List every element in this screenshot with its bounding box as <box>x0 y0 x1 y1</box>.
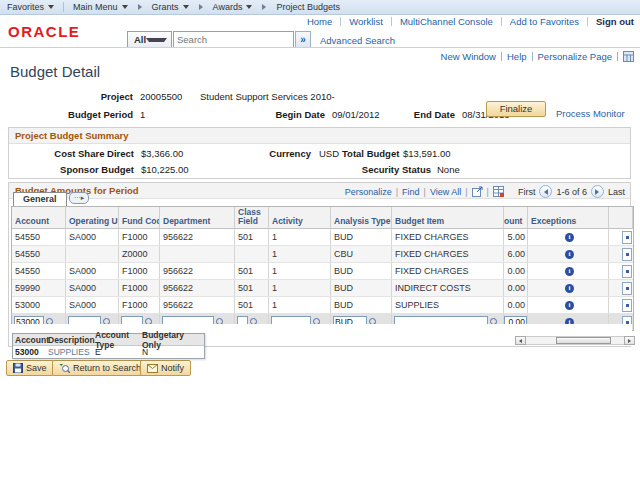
save-button[interactable]: Save <box>6 360 54 376</box>
table-row: 54550 SA000 F1000 956622 501 1 BUD FIXED… <box>12 263 633 280</box>
cell-actions <box>609 297 633 313</box>
notify-button[interactable]: Notify <box>140 360 191 376</box>
cell-operating-unit: SA000 <box>66 263 119 279</box>
cell-department <box>160 246 235 262</box>
cell-operating-unit: SA000 <box>66 280 119 296</box>
return-to-search-icon <box>59 363 70 373</box>
cell-fund-code: Z0000 <box>119 246 160 262</box>
cell-activity: 1 <box>269 229 331 245</box>
scrollbar-track[interactable] <box>526 336 624 345</box>
table-row: 59990 SA000 F1000 956622 501 1 BUD INDIR… <box>12 280 633 297</box>
cell-account: 59990 <box>12 280 66 296</box>
search-go-button[interactable]: » <box>295 31 311 48</box>
new-window-link[interactable]: New Window <box>441 51 496 62</box>
cell-amount: 6.00 <box>504 246 528 262</box>
begin-date-value: 09/01/2012 <box>332 109 380 120</box>
breadcrumb-divider <box>63 2 64 12</box>
info-icon[interactable] <box>565 233 574 242</box>
cell-account: 54550 <box>12 229 66 245</box>
oracle-logo: ORACLE <box>8 23 80 40</box>
breadcrumb-grants[interactable]: Grants <box>145 0 196 14</box>
breadcrumb: Favorites Main Menu Grants Awards Projec… <box>0 0 640 15</box>
col-fund-code: Fund Code <box>119 207 160 229</box>
search-input[interactable] <box>173 31 294 48</box>
project-label: Project <box>40 91 133 102</box>
lookup-account-type-value: E <box>95 347 142 357</box>
cell-class-field: 501 <box>235 297 269 313</box>
search-scope-dropdown[interactable]: All <box>127 31 172 48</box>
tab-general[interactable]: General <box>13 192 67 206</box>
cell-class-field <box>235 246 269 262</box>
advanced-search-link[interactable]: Advanced Search <box>320 35 395 46</box>
row-action-button[interactable] <box>622 248 632 261</box>
worklist-link[interactable]: Worklist <box>349 16 383 27</box>
info-icon[interactable] <box>565 284 574 293</box>
lookup-popup-header: Account Description Account Type Budgeta… <box>13 334 204 346</box>
info-icon[interactable] <box>565 250 574 259</box>
personalize-page-link[interactable]: Personalize Page <box>538 51 612 62</box>
table-row: 54550 SA000 F1000 956622 501 1 BUD FIXED… <box>12 229 633 246</box>
cell-department: 956622 <box>160 229 235 245</box>
search-scope-value: All <box>128 34 146 45</box>
cell-actions <box>609 263 633 279</box>
info-icon[interactable] <box>565 267 574 276</box>
home-link[interactable]: Home <box>307 16 332 27</box>
breadcrumb-favorites[interactable]: Favorites <box>0 0 61 14</box>
summary-title: Project Budget Summary <box>15 130 129 141</box>
cell-analysis-type: BUD <box>331 263 392 279</box>
row-action-button[interactable] <box>622 299 632 312</box>
breadcrumb-separator-icon <box>138 4 142 10</box>
show-all-columns-icon[interactable] <box>69 192 89 204</box>
chevron-down-icon <box>246 5 252 9</box>
cell-class-field: 501 <box>235 263 269 279</box>
total-budget-label: Total Budget <box>342 148 380 159</box>
horizontal-scrollbar[interactable] <box>515 336 635 345</box>
finalize-button[interactable]: Finalize <box>486 101 546 117</box>
return-to-search-button[interactable]: Return to Search <box>52 360 148 376</box>
info-icon[interactable] <box>565 301 574 310</box>
breadcrumb-project-budgets[interactable]: Project Budgets <box>269 0 347 14</box>
scroll-right-icon[interactable] <box>624 336 635 345</box>
cell-class-field: 501 <box>235 280 269 296</box>
lookup-result-row[interactable]: 53000 SUPPLIES E N <box>13 346 204 358</box>
col-analysis-type: Analysis Type <box>331 207 392 229</box>
row-action-button[interactable] <box>622 265 632 278</box>
chevron-down-icon <box>146 38 167 42</box>
add-to-favorites-link[interactable]: Add to Favorites <box>510 16 579 27</box>
cell-budget-item: SUPPLIES <box>392 297 504 313</box>
col-class-field: Class Field <box>235 207 269 229</box>
multichannel-console-link[interactable]: MultiChannel Console <box>400 16 493 27</box>
breadcrumb-main-menu[interactable]: Main Menu <box>66 0 135 14</box>
security-status-value: None <box>437 164 460 175</box>
help-link[interactable]: Help <box>507 51 527 62</box>
link-divider <box>501 17 502 26</box>
row-action-button[interactable] <box>622 282 632 295</box>
cost-share-direct-label: Cost Share Direct <box>29 148 134 159</box>
lookup-col-account: Account <box>13 335 48 345</box>
process-monitor-link[interactable]: Process Monitor <box>556 108 625 119</box>
grid-header-row: Account Operating Unit Fund Code Departm… <box>12 207 633 229</box>
row-action-button[interactable] <box>622 231 632 244</box>
link-divider <box>391 17 392 26</box>
scrollbar-thumb[interactable] <box>556 337 611 344</box>
grid-layout-icon[interactable] <box>623 51 634 62</box>
cell-budget-item: FIXED CHARGES <box>392 229 504 245</box>
table-row: 53000 SA000 F1000 956622 501 1 BUD SUPPL… <box>12 297 633 314</box>
sign-out-link[interactable]: Sign out <box>596 16 634 27</box>
cell-account: 54550 <box>12 246 66 262</box>
link-divider <box>587 17 588 26</box>
col-amount-clipped: ount <box>504 207 528 229</box>
cell-exceptions <box>528 263 609 279</box>
link-divider <box>532 52 533 61</box>
begin-date-label: Begin Date <box>255 109 325 120</box>
save-icon <box>13 363 23 373</box>
chevron-down-icon <box>48 5 54 9</box>
scroll-left-icon[interactable] <box>515 336 526 345</box>
cell-department: 956622 <box>160 280 235 296</box>
chevron-down-icon <box>183 5 189 9</box>
cell-exceptions <box>528 280 609 296</box>
cell-fund-code: F1000 <box>119 263 160 279</box>
currency-label: Currency <box>249 148 311 159</box>
cell-amount: 0.00 <box>504 297 528 313</box>
breadcrumb-awards[interactable]: Awards <box>206 0 260 14</box>
